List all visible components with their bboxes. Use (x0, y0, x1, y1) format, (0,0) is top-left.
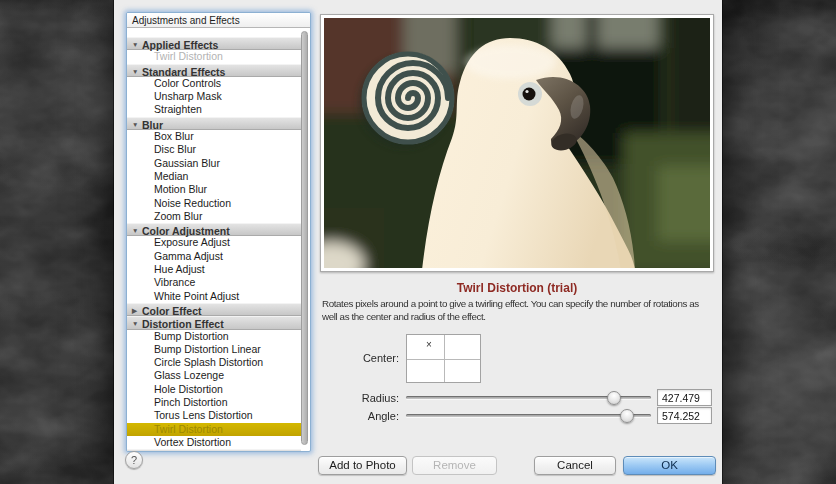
effect-group-header[interactable]: ▶Color Effect (127, 303, 301, 316)
disclosure-down-icon[interactable]: ▼ (132, 118, 142, 131)
effect-item[interactable]: Zoom Blur (127, 210, 301, 223)
effect-item[interactable]: Glass Lozenge (127, 369, 301, 382)
effect-title: Twirl Distortion (trial) (320, 281, 714, 295)
effect-label: Disc Blur (154, 143, 196, 155)
effect-item[interactable]: Hue Adjust (127, 263, 301, 276)
disclosure-down-icon[interactable]: ▼ (132, 65, 142, 78)
effect-label: Color Controls (154, 77, 221, 89)
effect-label: Color Adjustment (142, 225, 230, 237)
effect-label: Circle Splash Distortion (154, 356, 263, 368)
effect-label: White Point Adjust (154, 290, 239, 302)
effect-item[interactable]: Gaussian Blur (127, 157, 301, 170)
effect-label: Zoom Blur (154, 210, 202, 222)
effect-item[interactable]: Exposure Adjust (127, 236, 301, 249)
effect-group-header[interactable]: ▼Applied Effects (127, 37, 301, 50)
effects-list-rows: ▼Applied EffectsTwirl Distortion▼Standar… (127, 37, 310, 451)
effect-group-header[interactable]: ▼Standard Effects (127, 64, 301, 77)
angle-slider[interactable] (406, 408, 651, 424)
effect-item[interactable]: Pinch Distortion (127, 396, 301, 409)
effect-label: Vortex Distortion (154, 436, 231, 448)
effect-item[interactable]: Torus Lens Distortion (127, 409, 301, 422)
effect-item[interactable]: Bump Distortion (127, 330, 301, 343)
ok-button[interactable]: OK (623, 456, 716, 475)
radius-label: Radius: (319, 392, 399, 404)
help-button[interactable]: ? (125, 451, 143, 469)
effect-item[interactable]: Straighten (127, 103, 301, 116)
effect-item[interactable]: Disc Blur (127, 143, 301, 156)
effect-item[interactable]: Twirl Distortion (127, 50, 301, 63)
adjustments-dialog: Adjustments and Effects ▼Applied Effects… (114, 0, 722, 484)
effect-label: Twirl Distortion (154, 50, 223, 62)
remove-button: Remove (412, 456, 497, 475)
add-to-photo-button[interactable]: Add to Photo (318, 456, 407, 475)
scrollbar-thumb[interactable] (301, 31, 308, 445)
effect-item[interactable]: Unsharp Mask (127, 90, 301, 103)
effect-label: Standard Effects (142, 65, 225, 77)
effect-item[interactable]: Color Controls (127, 77, 301, 90)
effect-item[interactable]: Motion Blur (127, 183, 301, 196)
center-x-marker[interactable]: × (426, 339, 432, 350)
effect-item[interactable]: Vortex Distortion (127, 436, 301, 449)
effect-label: Bump Distortion (154, 330, 229, 342)
center-label: Center: (319, 352, 399, 364)
effect-item[interactable]: Circle Splash Distortion (127, 356, 301, 369)
effect-label: Color Effect (142, 304, 202, 316)
angle-slider-thumb[interactable] (620, 409, 634, 423)
cockatoo-image (324, 18, 710, 268)
effect-description: Rotates pixels around a point to give a … (322, 297, 722, 323)
effect-label: Bump Distortion Linear (154, 343, 261, 355)
effect-label: Motion Blur (154, 183, 207, 195)
radius-slider-thumb[interactable] (607, 391, 621, 405)
angle-label: Angle: (319, 410, 399, 422)
description-line-1: Rotates pixels around a point to give a … (322, 297, 722, 310)
effect-label: Twirl Distortion (154, 423, 223, 435)
effect-label: Gamma Adjust (154, 250, 223, 262)
effect-label: Blur (142, 118, 163, 130)
effect-item[interactable]: White Point Adjust (127, 290, 301, 303)
effect-label: Applied Effects (142, 39, 218, 51)
radius-value-field[interactable] (657, 389, 712, 406)
effect-label: Distortion Effect (142, 318, 224, 330)
effect-label: Noise Reduction (154, 197, 231, 209)
effect-item[interactable]: Bump Distortion Linear (127, 343, 301, 356)
angle-slider-track[interactable] (406, 414, 651, 417)
effect-group-header[interactable]: ▼Distortion Effect (127, 316, 301, 329)
effect-group-header[interactable]: ▼Color Adjustment (127, 223, 301, 236)
disclosure-down-icon[interactable]: ▼ (132, 317, 142, 330)
effect-label: Hole Distortion (154, 383, 223, 395)
effect-item[interactable]: Gamma Adjust (127, 250, 301, 263)
cancel-button[interactable]: Cancel (534, 456, 616, 475)
effects-list[interactable]: Adjustments and Effects ▼Applied Effects… (126, 12, 311, 452)
effect-label: Vibrance (154, 276, 195, 288)
disclosure-right-icon[interactable]: ▶ (132, 304, 142, 317)
effects-list-header: Adjustments and Effects (127, 13, 310, 28)
effect-label: Median (154, 170, 188, 182)
effect-label: Glass Lozenge (154, 369, 224, 381)
disclosure-down-icon[interactable]: ▼ (132, 38, 142, 51)
disclosure-down-icon[interactable]: ▼ (132, 224, 142, 237)
center-picker[interactable]: × (406, 334, 481, 383)
effect-item[interactable]: Hole Distortion (127, 383, 301, 396)
effect-label: Hue Adjust (154, 263, 205, 275)
radius-slider[interactable] (406, 390, 651, 406)
preview-photo (320, 14, 714, 272)
effect-group-header[interactable] (127, 449, 301, 451)
effect-label: Exposure Adjust (154, 236, 230, 248)
effect-item[interactable]: Vibrance (127, 276, 301, 289)
effect-label: Pinch Distortion (154, 396, 228, 408)
effect-label: Box Blur (154, 130, 194, 142)
effect-group-header[interactable]: ▼Blur (127, 117, 301, 130)
effect-item[interactable]: Median (127, 170, 301, 183)
effect-item[interactable]: Box Blur (127, 130, 301, 143)
effect-label: Torus Lens Distortion (154, 409, 253, 421)
effect-label: Unsharp Mask (154, 90, 222, 102)
angle-value-field[interactable] (657, 407, 712, 424)
description-line-2: well as the center and radius of the eff… (322, 310, 722, 323)
effect-item[interactable]: Twirl Distortion (127, 423, 301, 436)
effect-label: Straighten (154, 103, 202, 115)
effect-item[interactable]: Noise Reduction (127, 197, 301, 210)
effect-label: Gaussian Blur (154, 157, 220, 169)
